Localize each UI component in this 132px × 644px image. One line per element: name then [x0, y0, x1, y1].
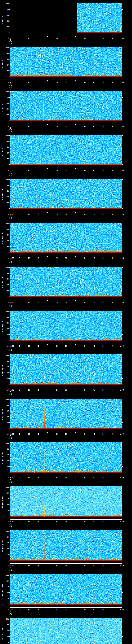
x-tick-label: 45 — [93, 38, 95, 39]
noise-floor-base — [10, 384, 122, 385]
x-tick-label: 15 — [38, 345, 39, 347]
y-axis-title: Frequency (Hz) — [2, 452, 4, 464]
y-tick-label: 200 — [7, 510, 10, 511]
rfi-event-line — [97, 600, 97, 605]
x-start-label: 18:11:00 — [7, 126, 14, 127]
x-end-label: 10:00 — [120, 38, 124, 39]
y-tick-label: 600 — [7, 234, 10, 236]
x-tick-label: 40 — [84, 521, 86, 523]
y-tick-label: 800 — [7, 316, 10, 318]
y-tick-label: 600 — [7, 14, 10, 16]
y-tick-label: 400 — [7, 372, 10, 374]
rfi-event-line — [44, 312, 44, 341]
x-tick-label: 35 — [74, 169, 76, 171]
x-tick-label: 10 — [28, 257, 30, 259]
y-tick-label: 400 — [7, 284, 10, 286]
x-start-label: 18:09:00 — [7, 38, 14, 39]
spectrogram-panel: 02004006008001000Frequency (Hz)18:13:005… — [0, 176, 132, 220]
x-tick-label: 45 — [93, 345, 95, 347]
x-tick-label: 15 — [38, 433, 39, 435]
x-tick-label: 50 — [102, 389, 104, 391]
x-tick-label: 25 — [56, 38, 58, 39]
x-tick-label: 10 — [28, 82, 30, 83]
x-tick-label: 20 — [47, 126, 48, 127]
rfi-event-line — [118, 558, 118, 561]
rfi-event-line — [67, 160, 68, 165]
date-label: 2016 — [9, 262, 12, 264]
rfi-event-line — [48, 380, 48, 385]
y-tick-label: 600 — [7, 278, 10, 280]
spectrogram-panel: 02004006008001000Frequency (Hz)18:12:005… — [0, 132, 132, 176]
noise-floor-base — [10, 340, 122, 341]
date-label: 2016 — [9, 394, 12, 396]
x-tick-label: 25 — [56, 521, 58, 523]
rfi-event-line — [34, 410, 34, 429]
x-tick-label: 45 — [93, 213, 95, 215]
x-tick-label: 20 — [47, 257, 48, 259]
x-tick-label: 20 — [47, 169, 48, 171]
x-tick-label: 5 — [19, 82, 20, 83]
x-tick-label: 5 — [19, 609, 20, 611]
spectrogram-panel: 02004006008001000Frequency (Hz)18:21:005… — [0, 528, 132, 572]
y-tick-label: 400 — [7, 328, 10, 330]
x-tick-label: 45 — [93, 609, 95, 611]
y-tick-label: 0 — [9, 32, 10, 34]
y-tick-label: 1000 — [6, 47, 10, 48]
noise-floor-base — [10, 296, 122, 297]
x-tick-label: 5 — [19, 521, 20, 523]
x-tick-label: 30 — [65, 257, 67, 259]
rfi-event-line — [111, 205, 112, 209]
y-tick-label: 400 — [7, 592, 10, 594]
x-end-label: 14:00 — [120, 213, 124, 215]
spectrogram-panel: 02004006008001000Frequency (Hz)18:10:005… — [0, 44, 132, 88]
y-tick-label: 0 — [9, 472, 10, 473]
spectrogram-panel: 02004006008001000Frequency (Hz)18:19:005… — [0, 440, 132, 484]
x-tick-label: 10 — [28, 389, 30, 391]
spectrogram-heatmap — [10, 91, 122, 121]
x-tick-label: 20 — [47, 609, 48, 611]
noise-floor-base — [10, 76, 122, 77]
noise-floor-base — [10, 164, 122, 165]
date-label: 2016 — [9, 218, 12, 220]
rfi-event-line — [66, 644, 66, 644]
x-tick-label: 45 — [93, 126, 95, 127]
spectrogram-heatmap — [77, 3, 122, 33]
y-tick-label: 400 — [7, 64, 10, 66]
date-label: 2016 — [9, 614, 12, 616]
rfi-event-line — [86, 470, 86, 473]
y-tick-label: 1000 — [6, 310, 10, 312]
x-tick-label: 55 — [112, 433, 114, 435]
x-tick-label: 50 — [102, 345, 104, 347]
x-tick-label: 40 — [84, 301, 86, 303]
x-start-label: 18:19:00 — [7, 477, 14, 479]
y-tick-label: 0 — [9, 560, 10, 561]
rfi-event-line — [34, 293, 34, 297]
y-tick-label: 1000 — [6, 3, 10, 5]
x-tick-label: 5 — [19, 301, 20, 303]
rfi-event-line — [18, 586, 18, 605]
x-tick-label: 25 — [56, 82, 58, 83]
x-tick-label: 40 — [84, 213, 86, 215]
x-tick-label: 35 — [74, 126, 76, 127]
spectrogram-panel: 02004006008001000Frequency (Hz)18:22:005… — [0, 572, 132, 616]
x-tick-label: 50 — [102, 521, 104, 523]
rfi-event-line — [37, 630, 38, 644]
y-tick-label: 1000 — [6, 135, 10, 136]
spectrogram-heatmap — [10, 618, 122, 644]
spectrogram-panel: 02004006008001000Frequency (Hz)18:23:005… — [0, 616, 132, 644]
y-axis-title: Frequency (Hz) — [2, 56, 4, 68]
x-tick-label: 45 — [93, 169, 95, 171]
x-tick-label: 40 — [84, 345, 86, 347]
x-tick-label: 15 — [38, 521, 39, 523]
x-end-label: 13:00 — [120, 169, 124, 171]
y-tick-label: 400 — [7, 504, 10, 506]
rfi-event-line — [43, 100, 44, 121]
x-tick-label: 35 — [74, 433, 76, 435]
y-axis-title: Frequency (Hz) — [2, 540, 4, 552]
rfi-event-line — [12, 584, 12, 605]
x-tick-label: 55 — [112, 565, 114, 567]
y-tick-label: 800 — [7, 492, 10, 494]
rfi-event-line — [41, 602, 41, 605]
x-tick-label: 40 — [84, 433, 86, 435]
x-tick-label: 25 — [56, 389, 58, 391]
